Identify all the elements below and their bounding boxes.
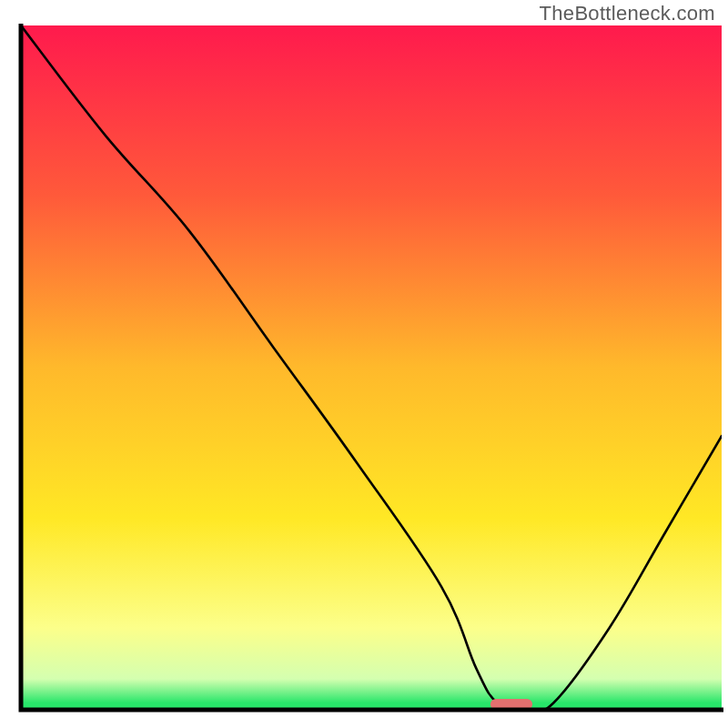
chart-container: { "watermark": "TheBottleneck.com", "cha… xyxy=(0,0,728,728)
plot-background xyxy=(21,25,722,710)
bottleneck-chart xyxy=(0,0,728,728)
watermark-text: TheBottleneck.com xyxy=(540,2,715,25)
